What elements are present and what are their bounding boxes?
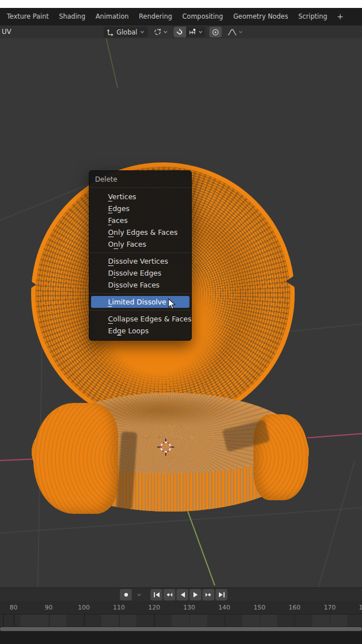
x-axis-line	[307, 433, 362, 438]
chevron-down-icon	[163, 29, 168, 35]
play-forward-button[interactable]	[189, 589, 201, 600]
pivot-point-icon	[153, 28, 162, 36]
context-menu-items: VerticesEdgesFacesOnly Edges & FacesOnly…	[89, 188, 191, 340]
frame-label-110: 110	[113, 601, 125, 615]
menu-item-vertices[interactable]: Vertices	[89, 191, 191, 203]
timeline-channel-strip[interactable]	[0, 615, 362, 626]
y-axis-line	[187, 511, 215, 586]
workspace-tab-animation[interactable]: Animation	[90, 8, 134, 25]
falloff-curve-icon	[227, 28, 237, 36]
frame-label-80: 80	[10, 601, 18, 615]
menu-group: Collapse Edges & FacesEdge Loops	[89, 310, 191, 337]
workspace-tab-compositing[interactable]: Compositing	[177, 8, 228, 25]
frame-label-150: 150	[253, 601, 265, 615]
menu-item-only-faces[interactable]: Only Faces	[89, 238, 191, 250]
chevron-down-icon	[140, 29, 145, 35]
grid-line	[308, 461, 355, 587]
timeline-header	[0, 587, 362, 601]
mesh-notch	[27, 278, 36, 291]
workspace-tab-texture-paint[interactable]: Texture Paint	[2, 8, 54, 25]
orientation-value: Global	[117, 28, 137, 36]
next-keyframe-button[interactable]	[202, 589, 214, 600]
frame-label-130: 130	[183, 601, 195, 615]
menu-group: Dissolve VerticesDissolve EdgesDissolve …	[89, 252, 191, 291]
auto-keying-record-button[interactable]	[120, 589, 132, 600]
previous-keyframe-button[interactable]	[163, 589, 175, 600]
frame-label-170: 170	[324, 601, 335, 615]
frame-label-140: 140	[218, 601, 230, 615]
base-lug-left	[33, 403, 118, 514]
editor-type-label: UV	[2, 28, 11, 36]
snap-target-dropdown[interactable]	[186, 27, 205, 37]
workspace-tabs: Texture PaintShadingAnimationRenderingCo…	[2, 8, 333, 25]
workspace-tabbar: Texture PaintShadingAnimationRenderingCo…	[0, 8, 362, 25]
menu-item-edge-loops[interactable]: Edge Loops	[89, 325, 191, 337]
chevron-down-icon	[198, 29, 203, 35]
mesh-notch	[286, 275, 295, 287]
magnet-icon	[176, 28, 184, 36]
orientation-axes-icon	[106, 28, 114, 36]
timeline-ruler[interactable]: 8090100110120130140150160170180	[0, 601, 362, 615]
menu-item-edges[interactable]: Edges	[89, 203, 191, 214]
proportional-falloff-dropdown[interactable]	[226, 27, 245, 37]
jump-to-end-button[interactable]	[216, 589, 227, 600]
delete-context-menu: Delete VerticesEdgesFacesOnly Edges & Fa…	[89, 170, 192, 341]
proportional-editing-icon	[212, 28, 219, 36]
viewport-header-controls: Global	[104, 26, 245, 38]
workspace-tab-scripting[interactable]: Scripting	[293, 8, 332, 25]
mouse-cursor	[168, 298, 176, 310]
snap-increment-icon	[188, 28, 197, 36]
workspace-tab-geometry-nodes[interactable]: Geometry Nodes	[228, 8, 293, 25]
menu-item-collapse-edges-faces[interactable]: Collapse Edges & Faces	[89, 313, 191, 325]
frame-label-160: 160	[288, 601, 300, 615]
pivot-point-dropdown[interactable]	[152, 27, 170, 37]
play-reverse-button[interactable]	[176, 589, 188, 600]
proportional-editing-toggle[interactable]	[209, 27, 222, 37]
transform-orientation-dropdown[interactable]: Global	[104, 27, 148, 37]
bottom-panel	[0, 632, 362, 644]
3d-cursor	[154, 436, 177, 458]
keying-set-dropdown[interactable]	[133, 589, 145, 600]
menu-item-faces[interactable]: Faces	[89, 214, 191, 226]
menu-item-dissolve-vertices[interactable]: Dissolve Vertices	[89, 255, 191, 267]
snap-toggle-button[interactable]	[174, 27, 186, 37]
letterbox-top	[0, 0, 362, 8]
playback-controls	[120, 589, 227, 600]
menu-item-dissolve-edges[interactable]: Dissolve Edges	[89, 267, 191, 279]
context-menu-title: Delete	[89, 171, 191, 188]
viewport-header: UV Global	[0, 25, 362, 38]
scrollbar-thumb[interactable]	[0, 627, 362, 631]
snapping-controls	[174, 27, 205, 37]
jump-to-start-button[interactable]	[150, 589, 162, 600]
frame-label-100: 100	[78, 601, 90, 615]
menu-item-only-edges-faces[interactable]: Only Edges & Faces	[89, 226, 191, 238]
menu-group: VerticesEdgesFacesOnly Edges & FacesOnly…	[89, 191, 191, 250]
blender-window: Texture PaintShadingAnimationRenderingCo…	[0, 0, 362, 644]
y-axis-line	[105, 38, 118, 88]
timeline-scrollbar[interactable]	[0, 626, 362, 632]
frame-label-90: 90	[45, 601, 53, 615]
workspace-tab-rendering[interactable]: Rendering	[134, 8, 178, 25]
frame-label-180: 180	[359, 601, 362, 615]
frame-label-120: 120	[148, 601, 160, 615]
menu-item-dissolve-faces[interactable]: Dissolve Faces	[89, 279, 191, 291]
3d-viewport[interactable]: Delete VerticesEdgesFacesOnly Edges & Fa…	[0, 38, 362, 587]
add-workspace-button[interactable]: +	[333, 8, 348, 25]
transport-buttons	[150, 589, 227, 600]
chevron-down-icon	[238, 29, 243, 35]
workspace-tab-shading[interactable]: Shading	[54, 8, 90, 25]
